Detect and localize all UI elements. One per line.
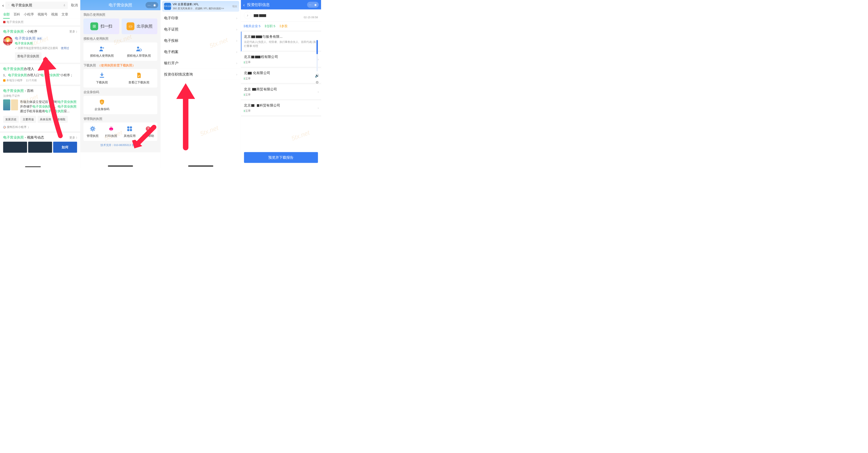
search-input[interactable]: 电子营业执照 <box>5 1 68 9</box>
video-thumb[interactable] <box>28 142 52 153</box>
sound-icon[interactable]: 🔊 <box>315 74 319 78</box>
source-icon <box>3 79 5 82</box>
company-item[interactable]: 北 化有限公司 监事 › <box>241 68 321 84</box>
company-list: 北京匀服务有限... 法定代表人(负责人、经营者、执行事务合伙人、首席代表) 执… <box>241 32 321 116</box>
role-text: 监事 <box>245 93 250 96</box>
search-header: ‹ 电子营业执照 取消 <box>0 0 80 10</box>
shield-icon: 企 <box>99 99 105 105</box>
download-license-button[interactable]: 下载执照 <box>84 69 120 88</box>
panel-list: 5tx.net 5tx.net 汽车之家 VR 全景看捷豹 XFL 360 度无… <box>161 0 241 168</box>
more-link[interactable]: 更多› <box>69 29 77 33</box>
list-item-investment-query[interactable]: 投资任职情况查询› <box>161 69 241 80</box>
chip-history[interactable]: 发展历史 <box>3 116 19 123</box>
page-title: 电子营业执照 <box>109 3 132 8</box>
svg-point-1 <box>100 47 102 49</box>
company-item[interactable]: 北京 商贸有限公司 监事 › <box>241 84 321 101</box>
section-entry: 电子营业执照办理入 1、电子营业执照办理入口"电子营业执照"小程序； 本地宝小程… <box>0 63 80 85</box>
authorize-use-button[interactable]: 授权他人使用执照 <box>84 43 120 61</box>
chip-usage[interactable]: 主要用途 <box>20 116 36 123</box>
svg-rect-9 <box>110 130 112 131</box>
other-apps-button[interactable]: 其他应用 <box>120 122 139 141</box>
cancel-button[interactable]: 取消 <box>71 3 78 8</box>
baike-desc: 市场主体设立登记后，即时电子营业执照并存储于电子营业执照库。电子营业执照通过手机… <box>20 99 77 114</box>
video-thumb[interactable] <box>3 142 27 153</box>
more-link[interactable]: 更多› <box>69 136 77 140</box>
section-baike: 电子营业执照 - 百科 法律电子证件 市场主体设立登记后，即时电子营业执照并存储… <box>0 85 80 132</box>
tab-all[interactable]: 全部 <box>3 12 10 19</box>
title-green: 电子营业执照 <box>3 67 24 70</box>
person-header: ♪ 02-15 09:58 <box>241 9 321 22</box>
role-text: 法定代表人(负责人、经营者、执行事务合伙人、首席代表) 执行董事 经理 <box>244 40 318 48</box>
chip-obtain[interactable]: 情领取 <box>55 116 68 123</box>
view-downloaded-button[interactable]: 查看已下载执照 <box>120 69 157 88</box>
manage-license-button[interactable]: 管理执照 <box>84 122 102 141</box>
role-text: 监事 <box>245 77 250 80</box>
tab-related-companies[interactable]: 相关企业 5 <box>244 24 260 28</box>
back-icon[interactable]: ‹ <box>243 2 245 7</box>
help-icon: ? <box>145 125 151 132</box>
license-icon: ▭ <box>126 22 134 30</box>
tab-miniprogram[interactable]: 小程序 <box>24 12 34 19</box>
role-text: 监事 <box>245 61 250 64</box>
miniprogram-card[interactable]: ★电子营业执照 电子营业执照政府 电子营业执照 ✔国家市场监督管理总局登记注册局… <box>3 34 77 60</box>
download-report-button[interactable]: 预览并下载报告 <box>244 152 318 163</box>
previous-result-hint: 电子营业执照 <box>0 19 80 25</box>
video-thumb[interactable]: 如何 <box>53 142 77 153</box>
tab-channels[interactable]: 视频号 <box>37 12 48 19</box>
list-item-seal[interactable]: 电子印章› <box>161 13 241 24</box>
ad-logo: 汽车之家 <box>164 3 171 10</box>
print-license-button[interactable]: 打印执照 <box>102 122 120 141</box>
back-icon[interactable]: ‹ <box>2 3 4 8</box>
mp-org: 国家市场监督管理总局登记注册局 <box>18 46 58 50</box>
enterprise-code-button[interactable]: 企 企业身份码 <box>84 96 120 114</box>
menu-icon[interactable]: ⋯ <box>146 2 152 8</box>
miniprogram-header: 电子营业执照 ⋯ ◉ <box>80 0 161 10</box>
company-item[interactable]: 北京程有限公司 监事 › <box>241 52 321 68</box>
company-item[interactable]: 北京匀服务有限... 法定代表人(负责人、经营者、执行事务合伙人、首席代表) 执… <box>241 32 321 52</box>
show-license-card[interactable]: ▭出示执照 <box>122 19 157 34</box>
chevron-right-icon: › <box>236 38 237 43</box>
chevron-right-icon: › <box>318 90 319 94</box>
chevron-right-icon: › <box>236 16 237 20</box>
company-item[interactable]: 北京 科贸有限公司 监事 › <box>241 101 321 116</box>
tab-article[interactable]: 文章 <box>61 12 68 19</box>
list-item-cert[interactable]: 电子证照› <box>161 24 241 35</box>
svg-text:?: ? <box>147 127 149 131</box>
svg-rect-12 <box>127 129 129 131</box>
list-item-bank[interactable]: 银行开户› <box>161 57 241 69</box>
tab-shares[interactable]: 参股 <box>280 24 287 28</box>
close-target-icon[interactable]: ◉ <box>313 3 318 6</box>
authorize-manage-button[interactable]: 授权他人管理执照 <box>120 43 157 61</box>
video-thumbnails: 如何 <box>3 142 77 153</box>
chip-apply[interactable]: 具体应用 <box>38 116 53 123</box>
open-miniprogram-button[interactable]: 查电子营业执照 <box>15 52 41 60</box>
microphone-icon[interactable] <box>63 4 66 7</box>
baike-subtitle: 法律电子证件 <box>3 94 77 98</box>
scrollbar[interactable] <box>316 40 318 72</box>
svg-text:企: 企 <box>101 101 103 104</box>
ad-banner[interactable]: 汽车之家 VR 全景看捷豹 XFL 360 度无死角展示，把捷豹 XFL 搬到你… <box>162 1 239 12</box>
scan-card[interactable]: ⊞扫一扫 <box>84 19 119 34</box>
role-text: 监事 <box>245 109 250 112</box>
app-icon <box>3 21 5 23</box>
search-text: 电子营业执照 <box>11 3 63 8</box>
tab-baike[interactable]: 百科 <box>13 12 20 19</box>
settings-icon[interactable]: ⚙ <box>315 80 319 85</box>
tab-positions[interactable]: 任职 5 <box>265 24 275 28</box>
close-target-icon[interactable]: ◉ <box>152 2 157 8</box>
watermark: 5tx.net <box>290 129 310 142</box>
list-item-bid[interactable]: 电子投标› <box>161 35 241 46</box>
sparkle-icon <box>7 4 10 7</box>
sogou-link[interactable]: 搜狗百科小程序› <box>3 125 77 129</box>
footer-support[interactable]: 技术支持：010-86355313 更多>> <box>80 141 161 149</box>
document-check-icon <box>136 72 142 79</box>
page-title: 投资任职信息 <box>247 2 270 7</box>
section-title-self-use: 我自己使用执照 <box>80 10 161 19</box>
panel-investment: 5tx.net ‹ 投资任职信息 ⋯◉ ♪ 02-15 09:58 相关企业 5… <box>241 0 321 168</box>
help-button[interactable]: ? 使用帮助 <box>139 122 157 141</box>
qr-scan-icon: ⊞ <box>90 22 98 30</box>
timestamp: 02-15 09:58 <box>304 16 318 19</box>
tab-video[interactable]: 视频 <box>51 12 58 19</box>
list-item-archive[interactable]: 电子档案› <box>161 46 241 57</box>
menu-icon[interactable]: ⋯ <box>308 3 313 6</box>
